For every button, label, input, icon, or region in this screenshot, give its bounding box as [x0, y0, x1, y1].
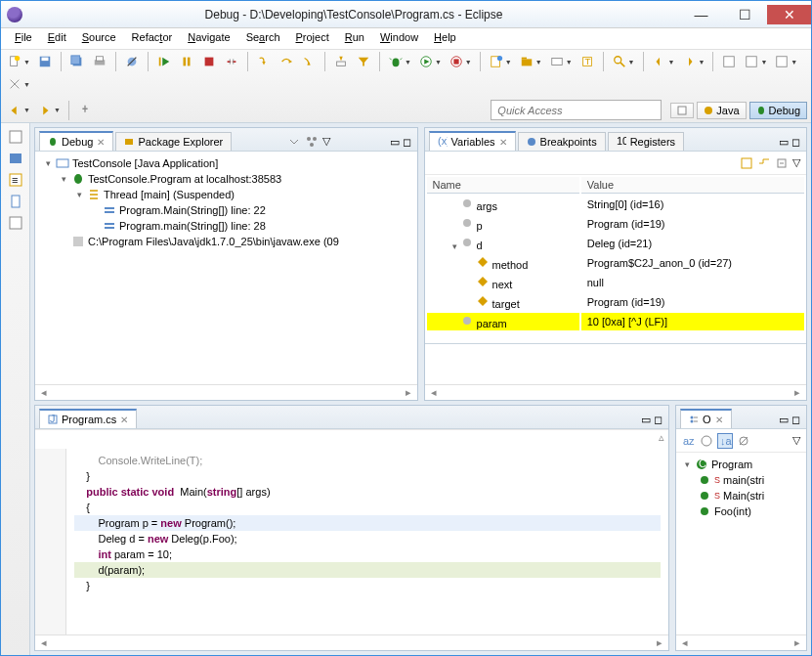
trim-icon-3[interactable]: ≡ — [8, 172, 23, 188]
new-package-button[interactable]: ▼ — [517, 52, 544, 71]
save-all-button[interactable] — [67, 52, 87, 71]
menu-source[interactable]: Source — [74, 28, 124, 49]
run-button[interactable]: ▼ — [416, 52, 444, 71]
menu-window[interactable]: Window — [372, 28, 426, 49]
menu-help[interactable]: Help — [426, 28, 464, 49]
drop-to-frame-button[interactable] — [331, 52, 351, 71]
maximize-view-icon[interactable]: ◻ — [791, 136, 800, 149]
trim-icon-1[interactable] — [8, 129, 23, 145]
new-java-button[interactable]: ▼ — [487, 52, 514, 71]
trim-icon-2[interactable] — [8, 151, 23, 166]
minimize-view-icon[interactable]: ▭ — [779, 136, 789, 149]
collapse-all-icon[interactable] — [775, 156, 789, 170]
search-button[interactable]: ▼ — [610, 52, 637, 71]
col-name[interactable]: Name — [427, 177, 579, 194]
skip-breakpoints-button[interactable] — [122, 52, 142, 71]
tab-debug[interactable]: Debug ✕ — [39, 131, 113, 151]
tab-breakpoints[interactable]: Breakpoints — [518, 132, 606, 151]
forward-button[interactable]: ▼ — [35, 101, 63, 120]
variable-row[interactable]: nextnull — [427, 274, 805, 291]
maximize-view-icon[interactable]: ◻ — [403, 136, 411, 149]
variable-row[interactable]: ▾ dDeleg (id=21) — [427, 235, 805, 252]
variables-hscroll[interactable]: ◂▸ — [425, 384, 807, 400]
use-step-filters-button[interactable] — [354, 52, 373, 71]
menu-edit[interactable]: Edit — [40, 28, 74, 49]
quick-access-input[interactable] — [491, 100, 662, 120]
tool-button-2[interactable]: ▼ — [742, 52, 769, 71]
variable-row[interactable]: methodProgram$C2J_anon_0 (id=27) — [427, 254, 805, 272]
maximize-button[interactable]: ☐ — [723, 5, 767, 24]
annotation-next-button[interactable]: ▼ — [679, 52, 706, 71]
step-return-button[interactable] — [299, 52, 319, 71]
show-logical-icon[interactable] — [757, 156, 771, 170]
close-button[interactable]: ✕ — [767, 5, 811, 24]
editor-scroll-up-icon[interactable]: ▵ — [659, 431, 664, 448]
suspend-button[interactable] — [177, 52, 196, 71]
tab-variables[interactable]: (x) Variables ✕ — [429, 131, 516, 151]
new-class-button[interactable]: ▼ — [547, 52, 575, 71]
terminate-button[interactable] — [199, 52, 219, 71]
close-icon[interactable]: ✕ — [120, 415, 128, 425]
menu-navigate[interactable]: Navigate — [180, 28, 237, 49]
menu-file[interactable]: File — [7, 28, 40, 49]
step-over-button[interactable] — [277, 52, 296, 71]
trim-icon-5[interactable] — [8, 215, 23, 231]
outline-hscroll[interactable]: ◂▸ — [676, 634, 806, 650]
resume-button[interactable] — [154, 52, 174, 71]
sort-icon[interactable]: az — [682, 434, 696, 448]
col-value[interactable]: Value — [581, 177, 804, 194]
show-type-names-icon[interactable] — [740, 156, 753, 170]
tool-button-1[interactable] — [719, 52, 739, 71]
menu-refactor[interactable]: Refactor — [124, 28, 181, 49]
debug-tree[interactable]: ▾TestConsole [Java Application] ▾TestCon… — [35, 152, 417, 384]
outline-tree[interactable]: ▾CProgram Smain(stri SMain(stri Foo(int) — [676, 453, 806, 634]
view-menu-icon[interactable]: ▽ — [792, 156, 800, 169]
perspective-java[interactable]: Java — [697, 102, 746, 119]
editor-hscroll[interactable]: ◂▸ — [35, 634, 668, 650]
variable-row[interactable]: targetProgram (id=19) — [427, 293, 805, 311]
maximize-view-icon[interactable]: ◻ — [654, 414, 662, 426]
filter-icon-3[interactable] — [737, 434, 750, 448]
pin-button[interactable] — [75, 101, 95, 120]
view-dropdown-icon[interactable]: ▽ — [322, 135, 330, 149]
new-button[interactable]: ▼ — [5, 52, 32, 71]
save-button[interactable] — [35, 52, 55, 71]
tool-button-4[interactable]: ▼ — [5, 74, 32, 94]
editor-gutter[interactable] — [35, 449, 66, 634]
view-menu-icon[interactable] — [287, 135, 301, 149]
variables-tree[interactable]: Name Value argsString[0] (id=16) pProgra… — [425, 175, 807, 343]
menu-search[interactable]: Search — [238, 28, 288, 49]
menu-run[interactable]: Run — [337, 28, 372, 49]
print-button[interactable] — [90, 52, 109, 71]
layout-icon[interactable] — [305, 135, 319, 149]
disconnect-button[interactable] — [222, 52, 241, 71]
variable-detail-pane[interactable] — [425, 343, 807, 384]
minimize-view-icon[interactable]: ▭ — [390, 136, 400, 149]
tab-package-explorer[interactable]: Package Explorer — [115, 132, 232, 151]
step-into-button[interactable] — [254, 52, 274, 71]
open-type-button[interactable]: T — [577, 52, 597, 71]
open-perspective-button[interactable] — [670, 103, 694, 118]
close-icon[interactable]: ✕ — [97, 137, 105, 148]
perspective-debug[interactable]: Debug — [749, 102, 807, 119]
minimize-button[interactable]: — — [679, 5, 723, 24]
variable-row[interactable]: pProgram (id=19) — [427, 215, 805, 233]
trim-icon-4[interactable] — [8, 194, 23, 209]
close-icon[interactable]: ✕ — [499, 137, 507, 148]
debug-hscroll[interactable]: ◂▸ — [35, 384, 417, 400]
variable-row[interactable]: param10 [0xa] [^J (LF)] — [427, 313, 805, 330]
debug-button[interactable]: ▼ — [386, 52, 413, 71]
editor-content[interactable]: Console.WriteLine(T); } public static vo… — [35, 449, 668, 634]
back-button[interactable]: ▼ — [5, 101, 32, 120]
external-tools-button[interactable]: ▼ — [447, 52, 474, 71]
variable-row[interactable]: argsString[0] (id=16) — [427, 196, 805, 213]
view-menu-icon[interactable]: ▽ — [792, 434, 800, 447]
tab-outline[interactable]: O ✕ — [680, 409, 732, 428]
filter-icon-2[interactable]: ↓a — [717, 433, 733, 449]
filter-icon-1[interactable] — [700, 434, 713, 448]
annotation-prev-button[interactable]: ▼ — [650, 52, 677, 71]
close-icon[interactable]: ✕ — [715, 415, 723, 425]
tab-editor[interactable]: J Program.cs ✕ — [39, 409, 137, 428]
minimize-view-icon[interactable]: ▭ — [641, 414, 651, 426]
quick-access[interactable] — [491, 100, 662, 120]
